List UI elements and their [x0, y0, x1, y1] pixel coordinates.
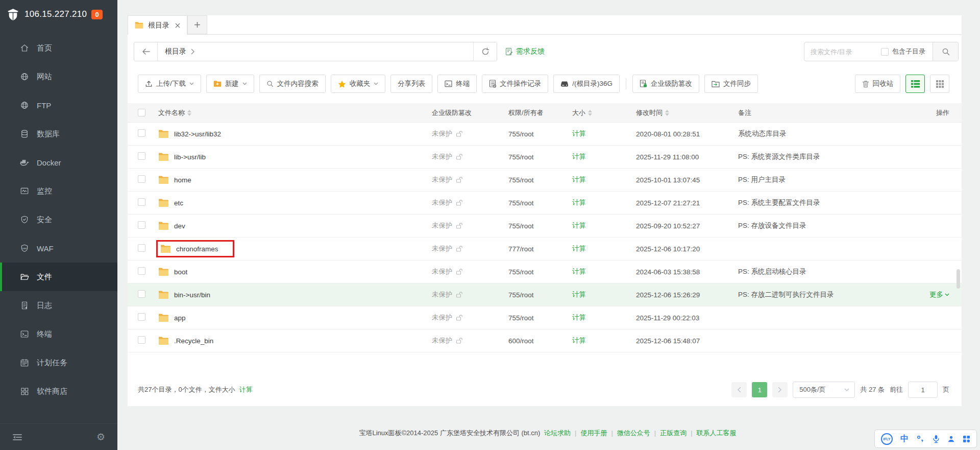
table-row[interactable]: dev未保护755/root计算2025-09-20 10:52:27PS: 存… — [128, 215, 962, 238]
grid-view-toggle[interactable] — [930, 75, 949, 93]
ifly-logo-icon[interactable]: iFLY — [881, 433, 893, 445]
sidebar-item-files[interactable]: 文件 — [0, 263, 117, 291]
file-sync-button[interactable]: 文件同步 — [704, 75, 758, 93]
sort-icon[interactable] — [187, 110, 191, 116]
user-icon[interactable] — [947, 435, 955, 443]
sidebar-item-site[interactable]: 网站 — [0, 62, 117, 91]
sidebar-item-waf[interactable]: WAFWAF — [0, 234, 117, 263]
back-button[interactable] — [134, 42, 158, 61]
table-row[interactable]: app未保护755/root计算2025-11-29 00:22:03 — [128, 306, 962, 329]
row-checkbox[interactable] — [138, 129, 145, 137]
calc-size-link[interactable]: 计算 — [572, 337, 586, 344]
scrollbar-thumb[interactable] — [957, 269, 960, 289]
calc-size-link[interactable]: 计算 — [572, 291, 586, 298]
calc-size-link[interactable]: 计算 — [572, 268, 586, 275]
refresh-button[interactable] — [473, 42, 497, 61]
calc-size-link[interactable]: 计算 — [572, 199, 586, 206]
footer-link[interactable]: 微信公众号 — [617, 429, 650, 437]
calc-size-link[interactable]: 计算 — [572, 130, 586, 137]
sidebar-item-logs[interactable]: 日志 — [0, 291, 117, 320]
next-page-button[interactable] — [772, 382, 788, 397]
more-actions-link[interactable]: 更多 — [929, 290, 949, 299]
recycle-bin-button[interactable]: 回收站 — [855, 75, 901, 93]
calc-total-size-link[interactable]: 计算 — [239, 385, 253, 394]
row-checkbox[interactable] — [138, 336, 145, 344]
punctuation-icon[interactable] — [916, 435, 925, 443]
table-row[interactable]: home未保护755/root计算2025-10-01 13:07:45PS: … — [128, 169, 962, 192]
path-breadcrumb[interactable]: 根目录 — [158, 42, 473, 61]
content-search-button[interactable]: 文件内容搜索 — [259, 75, 326, 93]
file-name[interactable]: chronoframes — [176, 245, 218, 253]
new-tab-button[interactable] — [187, 15, 207, 34]
row-checkbox[interactable] — [138, 198, 145, 206]
row-checkbox[interactable] — [138, 221, 145, 229]
row-checkbox[interactable] — [138, 244, 145, 252]
sidebar-item-ftp[interactable]: FTP — [0, 91, 117, 120]
row-checkbox[interactable] — [138, 290, 145, 298]
calc-size-link[interactable]: 计算 — [572, 245, 586, 252]
table-row[interactable]: lib32->usr/lib32未保护755/root计算2020-08-01 … — [128, 123, 962, 146]
table-row[interactable]: boot未保护755/root计算2024-06-03 15:38:58PS: … — [128, 260, 962, 283]
apps-grid-icon[interactable] — [963, 435, 970, 443]
breadcrumb-root[interactable]: 根目录 — [165, 47, 186, 56]
row-checkbox[interactable] — [138, 152, 145, 160]
footer-link[interactable]: 使用手册 — [580, 429, 607, 437]
calc-size-link[interactable]: 计算 — [572, 176, 586, 183]
alert-badge[interactable]: 0 — [91, 10, 102, 19]
row-checkbox[interactable] — [138, 175, 145, 183]
sidebar-item-terminal[interactable]: 终端 — [0, 320, 117, 348]
file-name[interactable]: boot — [174, 268, 187, 276]
table-row[interactable]: bin->usr/bin未保护755/root计算2025-12-06 15:2… — [128, 283, 962, 306]
table-row[interactable]: chronoframes未保护777/root计算2025-12-06 10:1… — [128, 238, 962, 260]
footer-link[interactable]: 论坛求助 — [544, 429, 571, 437]
sidebar-item-database[interactable]: 数据库 — [0, 120, 117, 148]
tamper-proof-button[interactable]: 企业级防篡改 — [632, 75, 699, 93]
file-name[interactable]: etc — [174, 199, 183, 207]
file-name[interactable]: app — [174, 314, 186, 322]
sidebar-item-security[interactable]: 安全 — [0, 205, 117, 234]
file-name[interactable]: lib32->usr/lib32 — [174, 130, 221, 138]
collapse-sidebar-icon[interactable] — [12, 433, 22, 441]
page-size-select[interactable]: 500条/页 — [793, 382, 855, 398]
file-name[interactable]: .Recycle_bin — [174, 337, 213, 345]
calc-size-link[interactable]: 计算 — [572, 153, 586, 160]
mic-icon[interactable] — [933, 435, 940, 443]
calc-size-link[interactable]: 计算 — [572, 314, 586, 321]
row-checkbox[interactable] — [138, 267, 145, 275]
current-page[interactable]: 1 — [752, 382, 767, 397]
share-list-button[interactable]: 分享列表 — [390, 75, 432, 93]
upload-download-button[interactable]: 上传/下载 — [138, 75, 201, 93]
sidebar-item-appstore[interactable]: 软件商店 — [0, 377, 117, 406]
row-checkbox[interactable] — [138, 313, 145, 321]
calc-size-link[interactable]: 计算 — [572, 222, 586, 229]
goto-page-input[interactable] — [908, 382, 938, 398]
sort-icon[interactable] — [588, 110, 592, 116]
footer-link[interactable]: 正版查询 — [660, 429, 687, 437]
footer-link[interactable]: 联系人工客服 — [697, 429, 737, 437]
favorites-button[interactable]: 收藏夹 — [331, 75, 386, 93]
file-name[interactable]: bin->usr/bin — [174, 291, 210, 299]
table-row[interactable]: etc未保护755/root计算2025-12-07 21:27:21PS: 系… — [128, 192, 962, 215]
sidebar-item-monitor[interactable]: 监控 — [0, 177, 117, 205]
select-all-checkbox[interactable] — [138, 109, 145, 116]
sort-icon[interactable] — [665, 110, 669, 116]
file-name[interactable]: dev — [174, 222, 185, 230]
chinese-mode-icon[interactable]: 中 — [900, 434, 909, 444]
prev-page-button[interactable] — [731, 382, 747, 397]
list-view-toggle[interactable] — [905, 75, 925, 93]
table-row[interactable]: .Recycle_bin未保护600/root计算2025-12-06 15:4… — [128, 329, 962, 352]
disk-root-button[interactable]: /(根目录)36G — [553, 75, 620, 93]
new-item-button[interactable]: 新建 — [206, 75, 254, 93]
search-input[interactable] — [804, 48, 881, 56]
sidebar-item-cron[interactable]: 计划任务 — [0, 348, 117, 377]
file-operations-log-button[interactable]: 文件操作记录 — [482, 75, 548, 93]
terminal-button[interactable]: 终端 — [437, 75, 477, 93]
file-name[interactable]: home — [174, 176, 191, 184]
include-subdir-option[interactable]: 包含子目录 — [881, 47, 933, 56]
tab-root-directory[interactable]: 根目录 — [128, 15, 187, 35]
sidebar-item-docker[interactable]: Docker — [0, 148, 117, 177]
close-icon[interactable] — [175, 23, 180, 28]
sidebar-item-home[interactable]: 首页 — [0, 34, 117, 62]
file-name[interactable]: lib->usr/lib — [174, 153, 206, 161]
search-button[interactable] — [933, 42, 958, 61]
